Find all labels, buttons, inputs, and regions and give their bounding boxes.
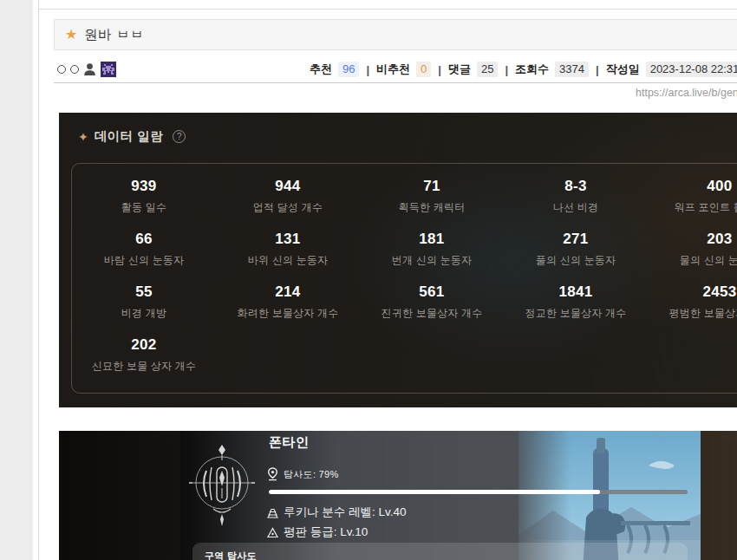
stat-value: 939	[72, 178, 216, 195]
stat-label: 워프 포인트 활성화	[648, 200, 737, 215]
stat-cell: 55 비경 개방	[72, 283, 216, 336]
user-avatar[interactable]	[101, 62, 116, 77]
stat-value: 55	[72, 283, 216, 301]
top-divider	[39, 9, 737, 10]
meta-separator: |	[595, 63, 600, 76]
fontaine-emblem-icon	[187, 441, 257, 531]
reputation-row: 평판 등급: Lv.10	[267, 524, 368, 540]
stat-cell: 202 신묘한 보물 상자 개수	[72, 336, 216, 389]
meta-divider	[54, 82, 737, 83]
stat-cell: 131 바위 신의 눈동자	[216, 231, 360, 283]
post-status-icons	[57, 61, 116, 78]
stat-value: 71	[360, 178, 504, 195]
stat-cell: 944 업적 달성 개수	[216, 178, 360, 231]
meta-value-badge: 2023-12-08 22:31:23	[646, 62, 737, 77]
stats-box: 939 활동 일수 944 업적 달성 개수 71 획득한 캐릭터 8-3 나선…	[71, 163, 737, 394]
data-panel-title: 데이터 일람	[95, 128, 164, 145]
stat-label: 업적 달성 개수	[216, 200, 360, 215]
stat-cell: 214 화려한 보물상자 개수	[216, 283, 360, 336]
area-exploration-section: 구역 탐사도	[192, 543, 688, 560]
stat-label: 바람 신의 눈동자	[72, 253, 216, 268]
meta-separator: |	[365, 63, 370, 76]
stat-cell: 203 물의 신의 눈동자	[648, 231, 737, 283]
meta-label: 추천	[310, 62, 332, 77]
stat-label: 바위 신의 눈동자	[216, 253, 360, 268]
stat-value: 66	[72, 231, 216, 248]
map-pin-icon	[267, 467, 278, 481]
meta-value-badge: 3374	[555, 62, 589, 77]
exploration-label: 탐사도: 79%	[284, 468, 339, 481]
meta-label: 비추천	[376, 62, 410, 77]
stat-value: 214	[216, 283, 360, 301]
meta-label: 작성일	[606, 62, 640, 77]
meta-value-badge: 96	[338, 62, 359, 77]
left-gutter	[0, 0, 33, 560]
stat-value: 131	[216, 231, 360, 248]
exploration-row: 탐사도: 79%	[267, 467, 339, 481]
user-icon	[83, 62, 96, 76]
stat-value: 944	[216, 178, 360, 195]
stat-cell: 66 바람 신의 눈동자	[72, 231, 216, 283]
stat-value: 181	[360, 231, 504, 248]
meta-label: 댓글	[448, 62, 471, 77]
stat-label: 비경 개방	[72, 306, 216, 321]
circle-icon	[70, 65, 79, 74]
meta-separator: |	[437, 63, 442, 76]
stats-grid: 939 활동 일수 944 업적 달성 개수 71 획득한 캐릭터 8-3 나선…	[72, 164, 737, 389]
stat-value: 1841	[504, 283, 648, 301]
stat-value: 202	[72, 336, 216, 354]
stat-label: 물의 신의 눈동자	[648, 253, 737, 268]
region-name: 폰타인	[269, 434, 310, 451]
meta-value-badge: 25	[477, 62, 498, 77]
stat-value: 271	[504, 231, 648, 248]
area-exploration-title: 구역 탐사도	[192, 543, 688, 560]
stat-cell: 2453 평범한 보물상자 개수	[648, 283, 737, 336]
stat-value: 8-3	[504, 178, 648, 195]
stat-cell: 271 풀의 신의 눈동자	[504, 231, 648, 283]
post-title-bar: ★ 원바 ㅂㅂ	[54, 19, 737, 50]
stat-label: 평범한 보물상자 개수	[648, 306, 737, 321]
stat-label: 풀의 신의 눈동자	[504, 253, 648, 268]
exploration-progress-track	[269, 490, 688, 494]
fountain-level-label: 루키나 분수 레벨: Lv.40	[284, 505, 407, 520]
stat-label: 획득한 캐릭터	[360, 200, 504, 215]
stat-cell: 939 활동 일수	[72, 178, 216, 231]
scenery-fade	[510, 431, 571, 560]
help-icon[interactable]: ?	[173, 130, 186, 143]
region-card: 폰타인 탐사도: 79% 루키나 분수 레벨: Lv.40 평판 등급: Lv.	[180, 431, 701, 560]
stat-label: 화려한 보물상자 개수	[216, 306, 360, 321]
fountain-level-row: 루키나 분수 레벨: Lv.40	[267, 505, 407, 520]
stat-value: 561	[360, 283, 504, 301]
meta-value-badge: 0	[416, 62, 431, 77]
page: { "post": { "star_icon": "★", "title": "…	[0, 0, 737, 560]
post-title: 원바 ㅂㅂ	[84, 26, 144, 44]
region-panel: 폰타인 탐사도: 79% 루키나 분수 레벨: Lv.40 평판 등급: Lv.	[59, 431, 737, 560]
stat-label: 정교한 보물상자 개수	[504, 306, 648, 321]
exploration-progress-fill	[269, 490, 600, 494]
stat-value: 203	[648, 231, 737, 248]
vertical-divider	[38, 0, 39, 560]
circle-icon	[57, 65, 66, 74]
sparkle-icon: ✦	[78, 131, 88, 143]
stat-cell: 71 획득한 캐릭터	[360, 178, 504, 231]
stat-cell: 561 진귀한 보물상자 개수	[360, 283, 504, 336]
fountain-icon	[267, 507, 278, 518]
stat-cell: 1841 정교한 보물상자 개수	[504, 283, 648, 336]
stat-cell: 8-3 나선 비경	[504, 178, 648, 231]
meta-separator: |	[504, 63, 509, 76]
stat-cell: 400 워프 포인트 활성화	[648, 178, 737, 231]
star-icon: ★	[65, 28, 77, 42]
stat-label: 진귀한 보물상자 개수	[360, 306, 504, 321]
reputation-level-label: 평판 등급: Lv.10	[284, 524, 368, 540]
stat-value: 2453	[648, 283, 737, 301]
stat-label: 활동 일수	[72, 200, 216, 215]
data-panel-header: ✦ 데이터 일람 ?	[78, 128, 186, 145]
stat-cell: 181 번개 신의 눈동자	[360, 231, 504, 283]
stat-label: 신묘한 보물 상자 개수	[72, 359, 216, 374]
stat-value: 400	[648, 178, 737, 195]
data-summary-panel: ✦ 데이터 일람 ? 939 활동 일수 944 업적 달성 개수 71 획득한…	[59, 113, 737, 407]
stat-label: 나선 비경	[504, 200, 648, 215]
post-meta: 추천 96 | 비추천 0 | 댓글 25 | 조회수 3374 | 작성일 2…	[310, 60, 737, 79]
reputation-icon	[267, 527, 278, 538]
stat-label: 번개 신의 눈동자	[360, 253, 504, 268]
